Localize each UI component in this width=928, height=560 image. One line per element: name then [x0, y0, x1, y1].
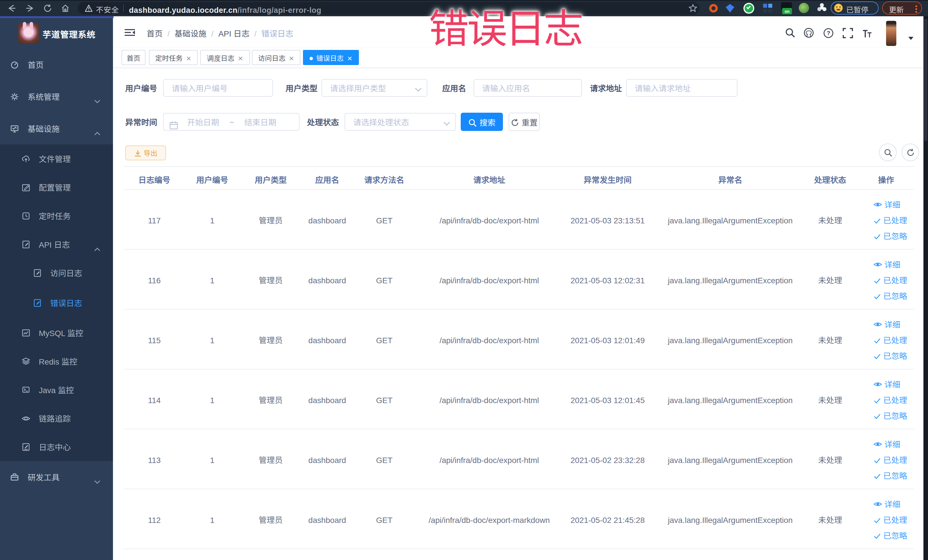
svg-text:?: ? [827, 30, 830, 36]
